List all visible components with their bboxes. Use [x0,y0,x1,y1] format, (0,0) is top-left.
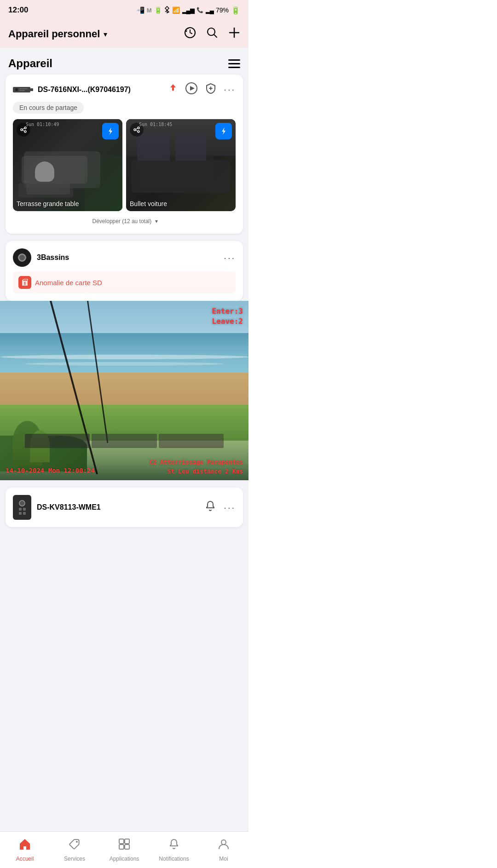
device3-name: DS-KV8113-WME1 [37,503,101,512]
svg-point-16 [138,131,139,132]
svg-rect-20 [119,839,124,844]
svg-point-24 [221,840,226,845]
sd-error-icon [18,276,31,289]
services-icon [68,838,81,854]
bottom-nav: Accueil Services Applications [0,831,248,868]
menu-button[interactable] [228,59,240,68]
kv-btn2 [23,508,26,511]
device2-card: 3Bassins ··· Anomalie de carte SD [6,241,243,301]
beach-location: C2 Atterrissage Parapentes St Leu distan… [150,458,243,476]
more-button-device1[interactable]: ··· [224,84,236,95]
dvr-icon [13,86,33,94]
device-selector-label[interactable]: Appareil personnel [8,28,100,40]
svg-marker-9 [190,86,195,91]
tab-applications-label: Applications [110,856,139,862]
expand-row[interactable]: Développer (12 au total) ▾ [13,211,236,226]
beach-timestamp: 14-10-2024 Mon 12:00:24 [6,466,95,476]
more-button-device2[interactable]: ··· [224,253,236,263]
top-nav-actions [184,27,240,41]
more-dots-icon: ··· [224,84,236,94]
sharing-badge: En cours de partage [13,102,84,114]
camera2-flash-badge [215,123,232,139]
status-bar: 12:00 📲 M 🔋 📶 ▂▄▆ 📞 ▂▄ 79% 🔋 [0,0,248,20]
wifi-icon: 📶 [172,6,180,14]
section-header: Appareil [0,48,248,75]
gmail-icon: M [147,7,152,14]
device1-actions: ··· [168,82,236,97]
wave2 [25,362,224,366]
tab-accueil[interactable]: Accueil [0,835,50,865]
hamburger-line3 [228,67,240,68]
kv-btn4 [23,512,26,515]
tab-applications[interactable]: Applications [99,835,149,865]
device3-left: DS-KV8113-WME1 [13,495,101,520]
svg-rect-23 [125,845,129,849]
more-dots-icon2: ··· [224,253,236,263]
upload-button[interactable] [168,83,179,96]
device-selector-chevron[interactable]: ▾ [104,30,107,39]
device2-icon [13,248,31,267]
camera2-label: Bullet voiture [130,200,167,207]
call-icon: 📞 [196,7,203,13]
camera2-timestamp: Sun 01:18:45 [139,122,172,127]
top-nav-left: Appareil personnel ▾ [8,28,107,40]
history-button[interactable] [184,27,196,41]
svg-marker-17 [222,127,225,135]
battery-charging-icon: 🔋 [154,6,162,14]
svg-rect-5 [19,88,28,89]
status-icons: 📲 M 🔋 📶 ▂▄▆ 📞 ▂▄ 79% 🔋 [137,6,240,15]
camera1-timestamp: Sun 01:10:49 [26,122,59,127]
bell-button[interactable] [204,500,216,515]
status-time: 12:00 [8,6,28,15]
cam1-object2 [26,184,70,195]
device1-card: DS-7616NXI-...(K97046197) [6,75,243,234]
beach-location-line2: St Leu distance 2 Kms [150,467,243,476]
enter-count: Enter:3 [212,306,243,316]
tab-accueil-label: Accueil [16,856,34,862]
page-content: Appareil DS-7616NXI-...(K [0,48,248,831]
top-nav: Appareil personnel ▾ [0,20,248,48]
camera-lens-icon [18,253,26,262]
camera-row: Sun 01:10:49 Terrasse grande table [13,119,236,211]
play-button[interactable] [185,82,198,97]
camera2-thumb[interactable]: Sun 01:18:45 Bullet voiture [126,119,236,211]
shield-button[interactable] [204,82,217,97]
applications-icon [118,838,131,854]
signal2-icon: ▂▄ [206,7,214,14]
home-icon [18,838,31,854]
search-button[interactable] [206,27,218,41]
expand-label: Développer (12 au total) [92,218,152,224]
hamburger-line2 [228,63,240,64]
svg-point-10 [24,127,26,129]
wave1 [0,355,248,359]
device1-name: DS-7616NXI-...(K97046197) [38,86,131,94]
battery-percent: 79% [216,6,229,14]
car1 [25,434,90,448]
cam1-object1 [22,156,87,184]
tab-services-label: Services [64,856,85,862]
device3-card: DS-KV8113-WME1 ··· [6,488,243,527]
tab-moi-label: Moi [219,856,228,862]
tab-notifications[interactable]: Notifications [149,835,199,865]
svg-point-12 [24,131,26,132]
beach-camera-view[interactable]: Enter:3 Leave:2 14-10-2024 Mon 12:00:24 … [0,301,248,480]
leave-count: Leave:2 [212,316,243,327]
more-button-device3[interactable]: ··· [224,502,236,513]
kv-icon [13,495,31,520]
signal-bars-icon: ▂▄▆ [182,7,194,14]
bluetooth-icon [164,6,170,15]
anomaly-row: Anomalie de carte SD [13,271,236,293]
cam1-person [35,161,55,182]
camera1-thumb[interactable]: Sun 01:10:49 Terrasse grande table [13,119,122,211]
car2 [92,434,156,448]
kv-btn3 [19,512,22,515]
profile-icon [217,838,230,854]
kv-btn1 [19,508,22,511]
add-button[interactable] [228,27,240,41]
tab-moi[interactable]: Moi [199,835,248,865]
kv-lens [19,500,25,506]
expand-chevron: ▾ [155,218,158,224]
tab-services[interactable]: Services [50,835,99,865]
svg-point-4 [15,88,18,91]
battery-icon: 🔋 [231,6,240,15]
